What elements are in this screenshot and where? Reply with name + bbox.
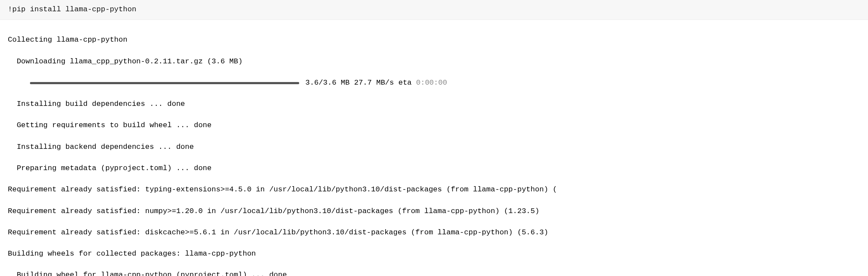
code-cell[interactable]: !pip install llama-cpp-python [0,0,868,20]
output-line: Collecting llama-cpp-python [8,35,860,46]
output-line: Requirement already satisfied: diskcache… [8,227,860,238]
output-line: Preparing metadata (pyproject.toml) ... … [8,163,860,174]
progress-eta: 0:00:00 [416,78,447,89]
output-line: Installing build dependencies ... done [8,99,860,110]
output-line: Building wheel for llama-cpp-python (pyp… [8,270,860,276]
progress-stats: 3.6/3.6 MB 27.7 MB/s eta [301,78,416,89]
progress-indent [8,78,30,89]
output-line: Requirement already satisfied: numpy>=1.… [8,206,860,217]
output-line: Building wheels for collected packages: … [8,249,860,260]
output-line: Requirement already satisfied: typing-ex… [8,184,860,195]
code-command: !pip install llama-cpp-python [8,5,136,13]
output-line: Getting requirements to build wheel ... … [8,120,860,131]
output-line: Downloading llama_cpp_python-0.2.11.tar.… [8,56,860,67]
output-cell: Collecting llama-cpp-python Downloading … [0,20,868,276]
output-line: Installing backend dependencies ... done [8,142,860,153]
progress-bar [30,82,299,84]
progress-row: 3.6/3.6 MB 27.7 MB/s eta 0:00:00 [8,78,860,89]
